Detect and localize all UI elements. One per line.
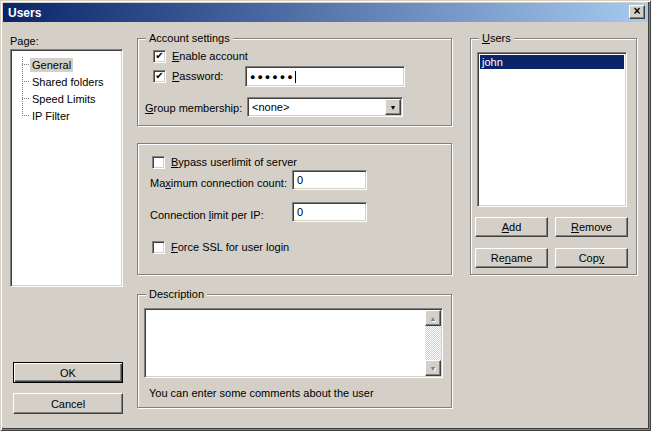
tree-item-label[interactable]: Speed Limits bbox=[30, 92, 98, 106]
tree-item-general[interactable]: General bbox=[22, 56, 73, 73]
checkmark-icon: ✔ bbox=[155, 71, 163, 81]
chevron-down-icon: ▼ bbox=[390, 104, 397, 111]
account-settings-title: Account settings bbox=[146, 32, 233, 44]
dropdown-button[interactable]: ▼ bbox=[385, 99, 401, 115]
max-connection-count-label: Maximum connection count: bbox=[150, 177, 287, 189]
remove-button-label: Remove bbox=[571, 221, 612, 233]
description-scrollbar[interactable]: ▲ ▼ bbox=[425, 310, 441, 376]
bypass-userlimit-row: ✔ Bypass userlimit of server bbox=[152, 155, 297, 169]
scroll-down-button[interactable]: ▼ bbox=[425, 360, 441, 376]
tree-item-speed-limits[interactable]: Speed Limits bbox=[22, 90, 98, 107]
cancel-button[interactable]: Cancel bbox=[13, 393, 123, 414]
description-title: Description bbox=[146, 288, 207, 300]
enable-account-checkbox[interactable]: ✔ bbox=[153, 50, 166, 63]
cancel-button-label: Cancel bbox=[51, 398, 85, 410]
bypass-userlimit-checkbox[interactable]: ✔ bbox=[152, 156, 165, 169]
arrow-down-icon: ▼ bbox=[430, 365, 437, 372]
users-group-title: Users bbox=[479, 32, 514, 44]
password-masked-value: ●●●●●● bbox=[250, 72, 295, 82]
tree-item-label[interactable]: Shared folders bbox=[30, 75, 106, 89]
max-connection-count-field[interactable]: 0 bbox=[292, 170, 367, 190]
user-name: john bbox=[482, 56, 503, 68]
password-row: ✔ Password: bbox=[153, 69, 223, 83]
copy-button[interactable]: Copy bbox=[555, 248, 628, 268]
description-hint: You can enter some comments about the us… bbox=[149, 387, 374, 399]
close-icon: × bbox=[633, 5, 640, 17]
remove-button[interactable]: Remove bbox=[555, 217, 628, 237]
add-button[interactable]: Add bbox=[475, 217, 548, 237]
rename-button[interactable]: Rename bbox=[475, 248, 548, 268]
connection-limit-per-ip-field[interactable]: 0 bbox=[292, 202, 367, 222]
tree-item-label[interactable]: General bbox=[30, 58, 73, 72]
copy-button-label: Copy bbox=[579, 252, 605, 264]
max-connection-count-value: 0 bbox=[297, 174, 303, 186]
checkmark-icon: ✔ bbox=[155, 51, 163, 61]
bypass-userlimit-label[interactable]: Bypass userlimit of server bbox=[171, 156, 297, 168]
force-ssl-checkbox[interactable]: ✔ bbox=[152, 241, 165, 254]
ok-button-label: OK bbox=[60, 367, 76, 379]
group-membership-label: Group membership: bbox=[145, 102, 242, 114]
user-list-item[interactable]: john bbox=[480, 55, 624, 69]
force-ssl-row: ✔ Force SSL for user login bbox=[152, 240, 289, 254]
users-listbox[interactable]: john bbox=[477, 52, 627, 207]
scroll-up-button[interactable]: ▲ bbox=[425, 310, 441, 326]
users-dialog: Users × Page: General Shared folders Spe… bbox=[0, 0, 651, 431]
tree-stub bbox=[22, 81, 29, 82]
close-button[interactable]: × bbox=[629, 5, 645, 19]
page-label: Page: bbox=[10, 35, 39, 47]
enable-account-label[interactable]: Enable account bbox=[172, 50, 248, 62]
tree-item-label[interactable]: IP Filter bbox=[30, 109, 72, 123]
text-caret bbox=[295, 71, 296, 83]
tree-item-shared-folders[interactable]: Shared folders bbox=[22, 73, 106, 90]
tree-stub bbox=[22, 115, 29, 116]
tree-stub bbox=[22, 98, 29, 99]
rename-button-label: Rename bbox=[491, 252, 533, 264]
tree-stub bbox=[22, 64, 29, 65]
password-label[interactable]: Password: bbox=[172, 70, 223, 82]
password-checkbox[interactable]: ✔ bbox=[153, 70, 166, 83]
force-ssl-label[interactable]: Force SSL for user login bbox=[171, 241, 289, 253]
add-button-label: Add bbox=[502, 221, 522, 233]
arrow-up-icon: ▲ bbox=[430, 315, 437, 322]
description-textarea[interactable]: ▲ ▼ bbox=[144, 308, 443, 378]
group-membership-value: <none> bbox=[252, 101, 289, 113]
ok-button[interactable]: OK bbox=[13, 362, 123, 383]
enable-account-row: ✔ Enable account bbox=[153, 49, 248, 63]
titlebar[interactable]: Users × bbox=[3, 3, 648, 22]
tree-item-ip-filter[interactable]: IP Filter bbox=[22, 107, 72, 124]
password-field[interactable]: ●●●●●● bbox=[245, 66, 405, 87]
window-title: Users bbox=[8, 6, 41, 20]
connection-limit-per-ip-label: Connection limit per IP: bbox=[150, 209, 264, 221]
page-tree: General Shared folders Speed Limits IP F… bbox=[10, 49, 123, 287]
group-membership-select[interactable]: <none> ▼ bbox=[247, 97, 403, 117]
connection-limit-per-ip-value: 0 bbox=[297, 206, 303, 218]
